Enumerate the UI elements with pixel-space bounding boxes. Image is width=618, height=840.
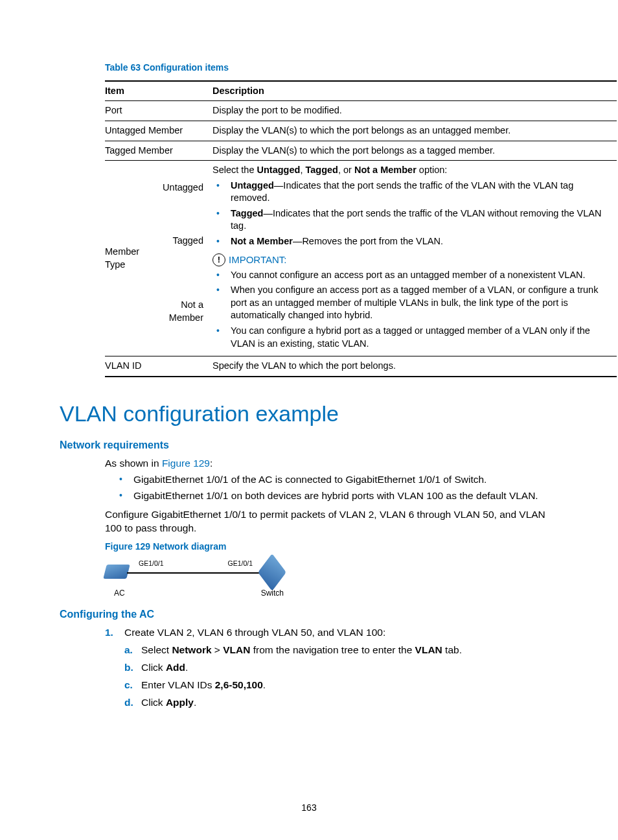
sd-post: . [194, 697, 196, 708]
mt-intro-pre: Select the [212, 165, 257, 175]
row-vlanid-desc: Specify the VLAN to which the port belon… [212, 356, 617, 377]
sc-pre: Enter VLAN IDs [141, 679, 215, 690]
figure-link[interactable]: Figure 129 [162, 458, 210, 469]
row-tag-item: Tagged Member [105, 141, 212, 161]
table-caption: Table 63 Configuration items [105, 62, 563, 74]
switch-label: Switch [261, 588, 284, 598]
mt-li2-t: —Indicates that the port sends the traff… [231, 208, 602, 231]
important-label: IMPORTANT: [229, 253, 286, 266]
ac-label: AC [114, 588, 125, 598]
row-port-item: Port [105, 101, 212, 121]
row-tag-desc: Display the VLAN(s) to which the port be… [212, 141, 617, 161]
row-mt-sub-untag: Untagged [161, 161, 212, 215]
mt-intro-t: Tagged [305, 165, 338, 175]
sa-mid2: from the navigation tree to enter the [250, 644, 415, 655]
th-item: Item [105, 81, 212, 101]
req-para: Configure GigabitEthernet 1/0/1 to permi… [105, 508, 563, 535]
sa-mid: > [212, 644, 223, 655]
heading-configuring-ac: Configuring the AC [60, 607, 563, 622]
mt-intro-u: Untagged [257, 165, 301, 175]
intro-pre: As shown in [105, 458, 162, 469]
step1-text: Create VLAN 2, VLAN 6 through VLAN 50, a… [124, 627, 385, 638]
sb-marker: b. [124, 661, 133, 675]
sd-pre: Click [141, 697, 166, 708]
heading-vlan-config-example: VLAN configuration example [60, 399, 563, 429]
mt-li3-b: Not a Member [231, 236, 293, 246]
mt-li1-t: —Indicates that the port sends the traff… [231, 180, 573, 204]
ac-device-icon [105, 565, 128, 581]
ge-label-left: GE1/0/1 [139, 559, 164, 568]
imp3: You can configure a hybrid port as a tag… [212, 325, 613, 350]
sa-b1: Network [172, 644, 211, 655]
sb-post: . [185, 662, 188, 673]
sa-marker: a. [124, 644, 133, 657]
sa-b3: VLAN [415, 644, 442, 655]
important-icon: ! [212, 253, 225, 266]
imp2: When you configure an access port as a t… [212, 284, 613, 322]
config-table: Item Description Port Display the port t… [105, 80, 617, 377]
intro-post: : [210, 458, 212, 469]
sa-b2: VLAN [223, 644, 250, 655]
row-untag-item: Untagged Member [105, 121, 212, 141]
sd-b: Apply [166, 697, 194, 708]
req-bullet-1: GigabitEthernet 1/0/1 of the AC is conne… [115, 473, 563, 487]
mt-li1-b: Untagged [231, 180, 274, 191]
sd-marker: d. [124, 696, 133, 710]
row-mt-desc: Select the Untagged, Tagged, or Not a Me… [212, 161, 617, 356]
mt-li3-t: —Removes the port from the VLAN. [293, 236, 443, 246]
mt-li2-b: Tagged [231, 208, 263, 218]
ge-label-right: GE1/0/1 [227, 559, 253, 568]
th-desc: Description [212, 81, 617, 101]
row-mt-sub-tag: Tagged [161, 215, 212, 268]
mt-intro-s2: , or [338, 165, 354, 175]
row-mt-sub-not: Not a Member [161, 267, 212, 356]
imp1: You cannot configure an access port as a… [212, 269, 613, 282]
sa-post: tab. [442, 644, 462, 655]
sb-pre: Click [141, 662, 166, 673]
mt-intro-post: option: [417, 165, 448, 175]
step1-num: 1. [105, 626, 113, 640]
figure-caption: Figure 129 Network diagram [105, 541, 563, 553]
req-bullet-2: GigabitEthernet 1/0/1 on both devices ar… [115, 489, 563, 503]
sc-post: . [263, 679, 266, 690]
page-number: 163 [0, 802, 618, 814]
row-vlanid-item: VLAN ID [105, 356, 212, 377]
sa-pre: Select [141, 644, 172, 655]
heading-network-requirements: Network requirements [60, 438, 563, 452]
switch-device-icon [258, 562, 286, 584]
sb-b: Add [166, 662, 185, 673]
row-port-desc: Display the port to be modified. [212, 101, 617, 121]
row-untag-desc: Display the VLAN(s) to which the port be… [212, 121, 617, 141]
mt-intro-n: Not a Member [354, 165, 417, 175]
network-diagram: GE1/0/1 GE1/0/1 AC Switch [105, 557, 286, 598]
row-mt-item: Member Type [105, 161, 161, 356]
sc-marker: c. [124, 679, 133, 692]
sc-b: 2,6-50,100 [215, 679, 263, 690]
